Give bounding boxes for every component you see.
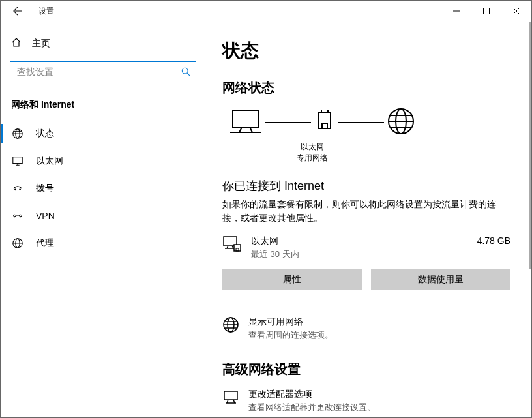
wifi-globe-icon xyxy=(222,316,239,335)
sidebar-item-label: 状态 xyxy=(36,128,54,140)
dialup-icon xyxy=(11,183,24,194)
settings-window: 设置 主页 网络和 Int xyxy=(0,0,532,418)
section-advanced: 高级网络设置 xyxy=(222,361,510,378)
diagram-labels: 以太网 专用网络 xyxy=(286,142,338,164)
svg-point-5 xyxy=(14,188,16,190)
minimize-icon xyxy=(453,8,460,14)
show-networks-desc: 查看周围的连接选项。 xyxy=(248,329,333,341)
sidebar-item-label: 代理 xyxy=(36,237,54,249)
home-button[interactable]: 主页 xyxy=(1,32,201,55)
search-icon xyxy=(181,67,190,76)
svg-point-1 xyxy=(182,68,188,74)
close-button[interactable] xyxy=(501,1,531,21)
maximize-icon xyxy=(483,8,490,14)
main-panel: 状态 网络状态 以太网 专用网络 你已连接到 Internet xyxy=(201,22,531,417)
sidebar: 主页 网络和 Internet 状态 xyxy=(1,22,201,417)
adapter-options-desc: 查看网络适配器并更改连接设置。 xyxy=(248,402,376,413)
scrollbar[interactable] xyxy=(528,22,531,417)
adapter-icon xyxy=(222,389,239,408)
svg-point-6 xyxy=(19,188,21,190)
home-icon xyxy=(11,37,22,50)
svg-rect-12 xyxy=(319,113,331,128)
sidebar-item-vpn[interactable]: VPN xyxy=(1,202,201,230)
vpn-icon xyxy=(11,210,24,222)
svg-rect-17 xyxy=(234,245,241,251)
connected-title: 你已连接到 Internet xyxy=(222,178,510,194)
sidebar-category: 网络和 Internet xyxy=(1,87,201,120)
properties-button[interactable]: 属性 xyxy=(222,269,362,290)
section-network-status: 网络状态 xyxy=(222,79,510,97)
minimize-button[interactable] xyxy=(441,1,471,21)
page-title: 状态 xyxy=(222,38,510,63)
sidebar-item-label: 拨号 xyxy=(36,183,54,194)
network-diagram xyxy=(229,107,510,138)
monitor-icon xyxy=(11,155,24,167)
ethernet-usage-icon xyxy=(222,235,243,257)
sidebar-item-label: VPN xyxy=(36,211,55,221)
show-networks-title: 显示可用网络 xyxy=(248,316,333,328)
data-usage-button[interactable]: 数据使用量 xyxy=(371,269,510,290)
svg-rect-21 xyxy=(224,391,237,400)
usage-row: 以太网 最近 30 天内 4.78 GB xyxy=(222,235,510,260)
svg-point-7 xyxy=(14,215,16,217)
search-input[interactable] xyxy=(16,66,181,78)
back-arrow-icon xyxy=(13,7,22,16)
sidebar-item-label: 以太网 xyxy=(36,155,63,167)
close-icon xyxy=(513,8,520,14)
svg-rect-0 xyxy=(484,8,490,14)
sidebar-nav: 状态 以太网 拨号 V xyxy=(1,120,201,257)
adapter-options-title: 更改适配器选项 xyxy=(248,389,376,400)
connected-description: 如果你的流量套餐有限制，则你可以将此网络设置为按流量计费的连接，或者更改其他属性… xyxy=(222,198,510,225)
usage-text: 以太网 最近 30 天内 xyxy=(251,235,469,260)
internet-globe-icon xyxy=(387,107,415,138)
search-box[interactable] xyxy=(10,61,196,82)
diagram-line xyxy=(265,122,311,123)
sidebar-item-ethernet[interactable]: 以太网 xyxy=(1,147,201,175)
proxy-globe-icon xyxy=(11,237,24,249)
search-container xyxy=(1,55,201,87)
svg-rect-13 xyxy=(322,123,327,128)
titlebar: 设置 xyxy=(1,1,531,22)
usage-period: 最近 30 天内 xyxy=(251,248,469,260)
diagram-line xyxy=(338,122,384,123)
globe-icon xyxy=(11,128,24,140)
computer-icon xyxy=(229,108,263,137)
window-title: 设置 xyxy=(38,6,54,17)
maximize-button[interactable] xyxy=(471,1,501,21)
sidebar-item-dialup[interactable]: 拨号 xyxy=(1,175,201,202)
usage-name: 以太网 xyxy=(251,235,469,247)
adapter-options-link[interactable]: 更改适配器选项 查看网络适配器并更改连接设置。 xyxy=(222,389,510,413)
back-button[interactable] xyxy=(8,2,27,20)
sidebar-item-proxy[interactable]: 代理 xyxy=(1,230,201,257)
home-label: 主页 xyxy=(32,38,50,50)
diagram-private-label: 专用网络 xyxy=(286,153,338,164)
content-area: 主页 网络和 Internet 状态 xyxy=(1,22,531,417)
svg-rect-4 xyxy=(13,157,22,164)
router-icon xyxy=(314,108,336,137)
button-row: 属性 数据使用量 xyxy=(222,269,510,290)
scrollbar-thumb[interactable] xyxy=(529,22,531,269)
show-networks-link[interactable]: 显示可用网络 查看周围的连接选项。 xyxy=(222,316,510,341)
svg-rect-11 xyxy=(233,110,259,127)
sidebar-item-status[interactable]: 状态 xyxy=(1,120,201,147)
usage-amount: 4.78 GB xyxy=(477,235,510,246)
diagram-ethernet-label: 以太网 xyxy=(286,142,338,153)
svg-point-8 xyxy=(20,215,22,217)
